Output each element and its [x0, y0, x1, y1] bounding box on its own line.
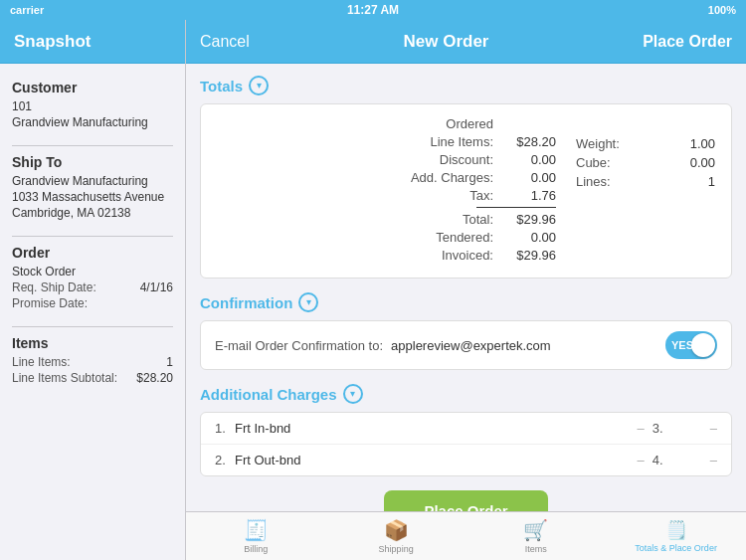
add-charges-row: Add. Charges: 0.00 [217, 170, 556, 185]
charge-2-seq: 4. [653, 453, 672, 467]
nav-title: New Order [404, 32, 489, 52]
charge-1-dash2: – [710, 421, 717, 436]
promise-row: Promise Date: [12, 296, 173, 310]
divider-3 [12, 326, 173, 327]
confirmation-card: E-mail Order Confirmation to: applerevie… [200, 320, 732, 370]
email-toggle[interactable]: YES [665, 331, 717, 359]
cancel-button[interactable]: Cancel [200, 33, 250, 51]
tendered-value: 0.00 [501, 230, 556, 245]
total-row: Total: $29.96 [217, 212, 556, 227]
sidebar-nav: Snapshot [0, 20, 185, 64]
additional-charges-card: 1. Frt In-bnd – 3. – 2. Frt Out-bnd – 4.… [200, 412, 732, 476]
carrier-label: carrier [10, 4, 44, 16]
charge-2-dash2: – [710, 453, 717, 467]
totals-divider-line [476, 207, 556, 208]
add-charges-label: Add. Charges: [404, 170, 493, 185]
weight-value: 1.00 [690, 136, 715, 151]
customer-section: Customer 101 Grandview Manufacturing [12, 80, 173, 129]
additional-charges-title: Additional Charges [200, 386, 337, 403]
add-charges-value: 0.00 [501, 170, 556, 185]
cube-label: Cube: [576, 155, 611, 170]
weight-row: Weight: 1.00 [576, 136, 715, 151]
order-title: Order [12, 245, 173, 261]
totals-metrics: Weight: 1.00 Cube: 0.00 Lines: 1 [556, 116, 715, 266]
invoiced-row: Invoiced: $29.96 [217, 248, 556, 263]
charge-row-2: 2. Frt Out-bnd – 4. – [201, 445, 731, 475]
content-area: Totals Ordered Line Items: $28.20 [186, 64, 746, 511]
time-label: 11:27 AM [347, 3, 399, 17]
lines-label: Lines: [576, 174, 611, 189]
req-ship-value: 4/1/16 [140, 280, 173, 294]
invoiced-label: Invoiced: [404, 248, 493, 263]
charge-row-1: 1. Frt In-bnd – 3. – [201, 413, 731, 445]
tax-label: Tax: [404, 188, 493, 203]
req-ship-label: Req. Ship Date: [12, 280, 96, 294]
order-type: Stock Order [12, 265, 173, 279]
ship-address2: Cambridge, MA 02138 [12, 206, 173, 220]
place-order-nav-button[interactable]: Place Order [643, 33, 732, 51]
place-order-button[interactable]: Place Order [384, 490, 547, 511]
snapshot-title: Snapshot [14, 32, 91, 52]
customer-id: 101 [12, 99, 173, 113]
line-items-totals-label: Line Items: [404, 134, 493, 149]
invoiced-value: $29.96 [501, 248, 556, 263]
confirmation-header: Confirmation [200, 292, 732, 312]
line-items-totals-value: $28.20 [501, 134, 556, 149]
tab-items[interactable]: 🛒 Items [466, 512, 607, 560]
charge-1-num: 1. [215, 421, 235, 436]
customer-name: Grandview Manufacturing [12, 115, 173, 129]
items-section: Items Line Items: 1 Line Items Subtotal:… [12, 335, 173, 385]
discount-row: Discount: 0.00 [217, 152, 556, 167]
charge-2-dash1: – [638, 453, 645, 467]
shipping-icon: 📦 [384, 518, 409, 542]
totals-collapse-button[interactable] [249, 76, 269, 95]
discount-value: 0.00 [501, 152, 556, 167]
additional-charges-collapse-button[interactable] [343, 384, 363, 404]
battery-label: 100% [708, 4, 736, 16]
subtotal-row: Line Items Subtotal: $28.20 [12, 371, 173, 385]
req-ship-row: Req. Ship Date: 4/1/16 [12, 280, 173, 294]
totals-tab-label: Totals & Place Order [635, 543, 717, 553]
confirmation-collapse-button[interactable] [298, 292, 318, 312]
ordered-header-row: Ordered [217, 116, 556, 131]
total-label: Total: [404, 212, 493, 227]
order-section: Order Stock Order Req. Ship Date: 4/1/16… [12, 245, 173, 310]
items-label: Items [525, 544, 547, 554]
charge-1-name: Frt In-bnd [235, 421, 630, 436]
totals-card: Ordered Line Items: $28.20 Discount: 0.0… [200, 103, 732, 279]
toggle-switch[interactable]: YES [665, 331, 717, 359]
confirmation-label: E-mail Order Confirmation to: [215, 338, 383, 353]
line-items-row: Line Items: 1 [12, 355, 173, 369]
divider-1 [12, 145, 173, 146]
billing-label: Billing [244, 544, 268, 554]
lines-row: Lines: 1 [576, 174, 715, 189]
tab-billing[interactable]: 🧾 Billing [186, 512, 326, 560]
charge-2-num: 2. [215, 453, 235, 467]
additional-charges-header: Additional Charges [200, 384, 732, 404]
subtotal-label: Line Items Subtotal: [12, 371, 117, 385]
toggle-knob [691, 333, 715, 357]
ship-to-title: Ship To [12, 154, 173, 170]
line-items-totals-row: Line Items: $28.20 [217, 134, 556, 149]
ordered-header: Ordered [404, 116, 493, 131]
shipping-label: Shipping [379, 544, 414, 554]
cube-value: 0.00 [690, 155, 715, 170]
tendered-label: Tendered: [404, 230, 493, 245]
main-nav: Cancel New Order Place Order [186, 20, 746, 64]
ship-address1: 1033 Massachusetts Avenue [12, 190, 173, 204]
confirmation-title: Confirmation [200, 294, 292, 311]
weight-label: Weight: [576, 136, 620, 151]
charge-1-seq: 3. [653, 421, 672, 436]
tendered-row: Tendered: 0.00 [217, 230, 556, 245]
items-title: Items [12, 335, 173, 351]
tab-shipping[interactable]: 📦 Shipping [326, 512, 466, 560]
promise-label: Promise Date: [12, 296, 88, 310]
totals-left: Ordered Line Items: $28.20 Discount: 0.0… [217, 116, 556, 266]
items-icon: 🛒 [523, 518, 548, 542]
tax-value: 1.76 [501, 188, 556, 203]
confirmation-email: applereview@expertek.com [391, 338, 653, 353]
totals-title: Totals [200, 78, 243, 94]
tab-totals[interactable]: 🗒️ Totals & Place Order [606, 512, 746, 560]
tab-bar: 🧾 Billing 📦 Shipping 🛒 Items 🗒️ Totals &… [186, 511, 746, 560]
ship-to-section: Ship To Grandview Manufacturing 1033 Mas… [12, 154, 173, 220]
